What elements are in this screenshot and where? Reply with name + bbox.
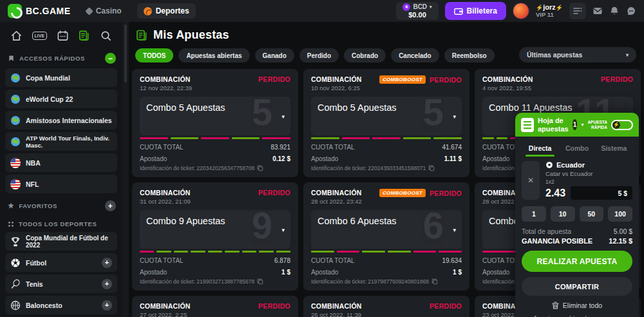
copy-icon[interactable]	[257, 165, 263, 171]
globe-icon	[10, 137, 21, 147]
sidebar-item-nfl[interactable]: NFL	[5, 175, 117, 193]
amount-50-button[interactable]: 50	[580, 206, 604, 222]
collapse-quick-access-button[interactable]: −	[105, 53, 116, 64]
bet-card[interactable]: COMBINACIÓN 10 nov 2022, 6:25 COMBOBOOST…	[303, 69, 469, 177]
nav-tab-casino[interactable]: Casino	[80, 3, 128, 19]
live-icon[interactable]: LIVE	[32, 32, 48, 40]
calendar-icon[interactable]	[57, 30, 69, 42]
betslip-list-button[interactable]	[569, 3, 586, 19]
sidebar-item-tenis[interactable]: Tenis +	[5, 274, 117, 293]
bet-type-label: COMBINACIÓN	[140, 302, 191, 310]
quick-bet-toggle[interactable]: ⚡	[611, 120, 633, 130]
sidebar-icon-nav: LIVE	[5, 26, 117, 48]
sidebar-item-amistosos[interactable]: Amistosos Internacionales	[5, 111, 117, 130]
tab-directa[interactable]: Directa	[522, 140, 558, 157]
remove-all-button[interactable]: Eliminar todo	[522, 302, 632, 309]
all-sports-header: TODOS LOS DEPORTES	[5, 216, 117, 232]
avatar[interactable]	[513, 3, 529, 19]
filter-reembolso[interactable]: Reembolso	[444, 48, 495, 62]
chat-icon[interactable]	[626, 6, 636, 16]
combo-summary[interactable]: Combo 9 Apuestas 9 ▾	[140, 210, 290, 249]
user-info[interactable]: ⚡jorz⚡ VIP 11	[536, 3, 563, 19]
chevron-down-icon[interactable]: ▾	[453, 227, 456, 233]
lightning-icon: ⚡	[556, 5, 563, 11]
copy-icon[interactable]	[428, 165, 435, 171]
sidebar-item-futbol[interactable]: Fútbol +	[5, 253, 117, 272]
combo-summary[interactable]: Combo 6 Apuestas 6 ▾	[311, 210, 462, 249]
sidebar-item-eworld-cup[interactable]: eWorld Cup 22	[5, 90, 117, 108]
expand-tenis-button[interactable]: +	[102, 279, 112, 289]
combo-count: 9	[252, 210, 272, 246]
apostado-value: 1 $	[281, 269, 290, 276]
status-badge: PERDIDO	[430, 76, 462, 84]
quick-bet-label: APUESTA RÁPIDA	[587, 120, 607, 130]
chevron-down-icon[interactable]: ▾	[581, 122, 583, 128]
casino-label: Casino	[96, 6, 122, 15]
combo-count: 5	[252, 97, 272, 133]
tab-combo[interactable]: Combo	[558, 140, 595, 157]
amount-100-button[interactable]: 100	[608, 206, 632, 222]
search-icon[interactable]	[100, 30, 112, 42]
tab-sistema[interactable]: Sistema	[596, 140, 632, 157]
bet-type-label: COMBINACIÓN	[140, 75, 192, 83]
copy-icon[interactable]	[257, 278, 263, 285]
nav-tab-deportes[interactable]: Deportes	[137, 3, 196, 19]
sidebar-scrollbar[interactable]	[122, 22, 129, 317]
amount-1-button[interactable]: 1	[522, 206, 546, 222]
expand-futbol-button[interactable]: +	[102, 258, 112, 268]
bell-icon[interactable]	[609, 6, 620, 16]
quick-amounts: 1 10 50 100	[522, 206, 632, 222]
share-button[interactable]: COMPARTIR	[522, 277, 632, 296]
mail-icon[interactable]	[592, 6, 603, 16]
expand-baloncesto-button[interactable]: +	[102, 300, 112, 311]
remove-selection-button[interactable]: ✕	[522, 161, 540, 200]
filter-perdido[interactable]: Perdido	[299, 48, 339, 62]
combo-count: 5	[423, 97, 444, 133]
chevron-down-icon[interactable]: ▾	[281, 227, 285, 233]
my-bets-icon[interactable]	[78, 30, 90, 42]
filter-cobrado[interactable]: Cobrado	[344, 48, 386, 62]
bet-card[interactable]: COMBINACIÓN 31 oct 2022, 21:09 PERDIDO C…	[132, 182, 298, 291]
basketball-icon	[144, 7, 152, 15]
combo-title: Combo 11 Apuestas	[489, 102, 573, 113]
combo-summary[interactable]: Combo 5 Apuestas 5 ▾	[311, 97, 462, 135]
lightning-icon: ⚡	[612, 121, 620, 129]
bet-card[interactable]: COMBINACIÓN 26 oct 2022, 11:39 PERDIDO	[303, 296, 469, 317]
place-bet-button[interactable]: REALIZAR APUESTA	[522, 251, 632, 272]
selection-team: Ecuador	[556, 161, 585, 169]
wallet-icon	[454, 6, 463, 15]
sidebar-item-baloncesto[interactable]: Baloncesto +	[5, 296, 117, 314]
stake-input[interactable]	[571, 186, 632, 200]
filter-cancelado[interactable]: Cancelado	[391, 48, 439, 62]
bet-progress	[311, 251, 462, 253]
home-icon[interactable]	[10, 30, 23, 42]
currency-selector[interactable]: ¢ BCD ▾ $0.00	[396, 2, 438, 20]
bet-card[interactable]: COMBINACIÓN 28 oct 2022, 23:42 COMBOBOOS…	[303, 182, 469, 291]
filter-todos[interactable]: TODOS	[135, 48, 173, 62]
sidebar-item-nba[interactable]: NBA	[5, 153, 117, 172]
filter-apuestas-abiertas[interactable]: Apuestas abiertas	[178, 48, 249, 62]
bet-date: 26 oct 2022, 11:39	[311, 311, 362, 317]
bet-card[interactable]: COMBINACIÓN 12 nov 2022, 22:39 PERDIDO C…	[132, 69, 298, 177]
apostado-value: 1 $	[453, 269, 462, 276]
betslip-count-badge[interactable]: 1	[573, 119, 578, 130]
betslip-header[interactable]: Hoja de apuestas 1 ▾ APUESTA RÁPIDA ⚡	[515, 113, 639, 137]
filter-ganado[interactable]: Ganado	[255, 48, 294, 62]
chevron-down-icon[interactable]: ▾	[281, 113, 285, 120]
amount-10-button[interactable]: 10	[551, 206, 575, 222]
expand-favorites-button[interactable]: +	[105, 200, 116, 211]
sidebar-item-copa-mundial[interactable]: Copa Mundial	[5, 68, 117, 87]
sidebar-item-atp-finals[interactable]: ATP World Tour Finals, Indiv. Masc.	[5, 132, 117, 151]
ticket-id: Identificación de ticket: 21990327138877…	[140, 278, 254, 285]
bet-card[interactable]: COMBINACIÓN 27 oct 2022, 2:25 PERDIDO	[132, 296, 298, 317]
combo-summary[interactable]: Combo 5 Apuestas 5 ▾	[140, 97, 290, 135]
chevron-down-icon: ▾	[626, 52, 629, 58]
sort-dropdown[interactable]: Últimas apuestas ▾	[519, 47, 636, 62]
sidebar-item-world-cup-2022[interactable]: Copa Mundial de Fútbol de 2022	[5, 232, 117, 251]
star-icon: ★	[8, 202, 14, 210]
copy-icon[interactable]	[431, 278, 438, 285]
wallet-button[interactable]: Billetera	[445, 2, 506, 20]
topbar: BC.GAME Casino Deportes ¢ BCD ▾ $0.00 Bi…	[0, 0, 644, 22]
bcgame-logo[interactable]: BC.GAME	[8, 4, 71, 18]
chevron-down-icon[interactable]: ▾	[453, 113, 456, 120]
